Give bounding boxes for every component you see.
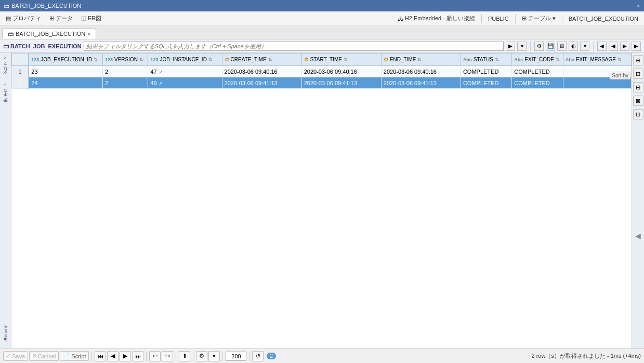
table-label: テーブル — [528, 15, 551, 22]
right-btn-3[interactable]: ⊟ — [633, 82, 643, 92]
sort-icon-9[interactable]: ⇅ — [617, 57, 622, 62]
cancel-label: Cancel — [38, 353, 56, 359]
col-name-2: VERSION — [114, 57, 138, 62]
sort-icon-6[interactable]: ⇅ — [417, 57, 422, 62]
table-name-label: BATCH_JOB_EXECUTION — [569, 16, 638, 22]
sort-icon-2[interactable]: ⇅ — [139, 57, 143, 62]
filter-extra2-button[interactable]: ◐ — [569, 42, 578, 51]
nav-prev-button[interactable]: ◀ — [107, 351, 119, 361]
nav-upload-button[interactable]: ⬆ — [179, 351, 190, 361]
sort-icon-1[interactable]: ⇅ — [94, 57, 98, 62]
col-header-end-time: ⏱ END_TIME ⇅ — [381, 53, 461, 66]
cancel-button[interactable]: ✕ Cancel — [29, 351, 59, 361]
table-cell: 2020-03-06 09:41:13 — [301, 77, 381, 89]
script-button[interactable]: 📄 Script — [60, 351, 89, 361]
col-name-6: END_TIME — [390, 57, 416, 62]
col-type-icon-7: Abc — [463, 57, 472, 62]
nav-last-button[interactable]: ⏭ — [132, 351, 143, 361]
nav-back-button[interactable]: ◀ — [597, 42, 607, 51]
row-number: 1 — [12, 66, 29, 77]
properties-button[interactable]: ▤ プロパティ — [2, 13, 45, 24]
row-num-header — [12, 53, 29, 66]
right-sidebar: ⊕ ⊞ ⊟ ⊠ ⊡ ◀ — [632, 53, 644, 348]
table-cell: 2 — [102, 77, 148, 89]
table-cell: 24 — [29, 77, 102, 89]
table-name-button[interactable]: BATCH_JOB_EXECUTION — [565, 14, 642, 23]
separator3 — [562, 14, 562, 23]
col-type-icon-8: Abc — [514, 57, 523, 62]
sort-icon-8[interactable]: ⇅ — [556, 57, 560, 62]
bottom-toolbar: ✓ Save ✕ Cancel 📄 Script ⏮ ◀ ▶ ⏭ ↩ ↪ ⬆ ⚙… — [0, 348, 644, 363]
bottom-sep7 — [281, 352, 281, 361]
bottom-sep5 — [222, 352, 223, 361]
table-cell: 47 ↗ — [148, 66, 222, 77]
table-cell: 49 ↗ — [148, 77, 222, 89]
table-row[interactable]: 123247 ↗2020-03-06 09:40:162020-03-06 09… — [12, 66, 632, 77]
filter-input[interactable] — [84, 42, 504, 51]
col-type-icon-2: 123 — [105, 57, 113, 62]
schema-label: PUBLIC — [488, 16, 509, 22]
nav-forward-button[interactable]: ▶ — [620, 42, 629, 51]
tab-close-icon[interactable]: × — [87, 31, 90, 37]
bottom-sep6 — [249, 352, 249, 361]
schema-button[interactable]: PUBLIC — [484, 14, 512, 23]
er-button[interactable]: ◫ ER図 — [77, 13, 105, 24]
col-type-icon-4: ⏱ — [225, 57, 229, 62]
settings-dropdown-button[interactable]: ▾ — [208, 351, 220, 361]
sort-icon-7[interactable]: ⇅ — [495, 57, 499, 62]
sort-icon-5[interactable]: ⇅ — [344, 57, 348, 62]
nav-back2-button[interactable]: ◀ — [609, 42, 618, 51]
er-icon: ◫ — [81, 15, 86, 22]
col-header-start-time: ⏱ START_TIME ⇅ — [301, 53, 381, 66]
separator2 — [515, 14, 516, 23]
table-cell: 2020-03-06 09:41:13 — [222, 77, 301, 89]
sort-icon-3[interactable]: ⇅ — [208, 57, 213, 62]
main-area: グリッド テキスト Record 123 JOB_EXECUTION_ID ⇅ — [0, 53, 644, 348]
table-row[interactable]: 224249 ↗2020-03-06 09:41:132020-03-06 09… — [12, 77, 632, 89]
filter-extra3-button[interactable]: ▾ — [580, 42, 589, 51]
nav-first-button[interactable]: ⏮ — [95, 351, 106, 361]
filter-save-button[interactable]: 💾 — [546, 42, 555, 51]
title-bar-icon: 🗃 — [4, 3, 9, 9]
right-btn-1[interactable]: ⊕ — [633, 55, 643, 65]
title-bar-close[interactable]: × — [637, 3, 640, 9]
filter-options-button[interactable]: ⚙ — [534, 42, 544, 51]
col-name-4: CREATE_TIME — [231, 57, 267, 62]
cancel-icon: ✕ — [32, 353, 37, 359]
filter-extra1-button[interactable]: ⊞ — [557, 42, 567, 51]
right-btn-4[interactable]: ⊠ — [633, 96, 643, 106]
save-button[interactable]: ✓ Save — [3, 351, 28, 361]
table-cell: 23 — [29, 66, 102, 77]
sidebar-item-grid[interactable]: グリッド — [1, 55, 10, 81]
tab-batch-job-execution[interactable]: 🗃 BATCH_JOB_EXECUTION × — [2, 29, 96, 39]
limit-input[interactable] — [226, 352, 246, 361]
col-name-7: STATUS — [474, 57, 493, 62]
sidebar-item-record[interactable]: Record — [2, 323, 10, 343]
col-header-create-time: ⏱ CREATE_TIME ⇅ — [222, 53, 301, 66]
table-icon: ⊞ — [522, 15, 527, 22]
data-button[interactable]: ⊞ データ — [46, 13, 76, 24]
settings-button[interactable]: ⚙ — [196, 351, 207, 361]
table-button[interactable]: ⊞ テーブル ▾ — [518, 13, 559, 24]
collapse-right-icon[interactable]: ◀ — [635, 232, 641, 240]
nav-forward2-button[interactable]: ▶ — [632, 42, 641, 51]
external-link-icon[interactable]: ↗ — [159, 80, 163, 86]
filter-dropdown-button[interactable]: ▾ — [517, 42, 527, 51]
table-cell: COMPLETED — [461, 77, 511, 89]
nav-extra1-button[interactable]: ↩ — [149, 351, 161, 361]
refresh-icon: ↺ — [256, 353, 260, 359]
refresh-button[interactable]: ↺ — [252, 351, 264, 361]
nav-next-button[interactable]: ▶ — [120, 351, 131, 361]
properties-label: プロパティ — [12, 15, 41, 22]
tab-bar: 🗃 BATCH_JOB_EXECUTION × — [0, 26, 644, 39]
right-btn-2[interactable]: ⊞ — [633, 69, 643, 79]
col-type-icon-3: 123 — [150, 57, 158, 62]
nav-extra2-button[interactable]: ↪ — [162, 351, 173, 361]
right-btn-5[interactable]: ⊡ — [633, 109, 643, 119]
connection-button[interactable]: 🖧 H2 Embedded - 新しい接続 — [394, 13, 479, 24]
sidebar-item-text[interactable]: テキスト — [1, 82, 10, 108]
sort-icon-4[interactable]: ⇅ — [268, 57, 272, 62]
filter-play-button[interactable]: ▶ — [506, 42, 515, 51]
col-header-version: 123 VERSION ⇅ — [102, 53, 148, 66]
external-link-icon[interactable]: ↗ — [159, 69, 163, 75]
